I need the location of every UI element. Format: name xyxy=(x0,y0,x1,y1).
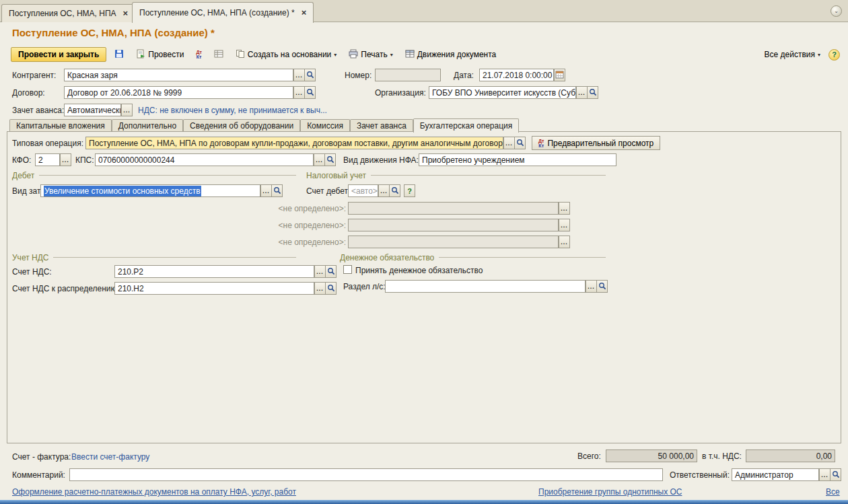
dtkt-button[interactable]: ДтКт xyxy=(192,47,205,62)
typical-operation-lookup-button[interactable] xyxy=(514,137,526,149)
contract-field[interactable]: Договор от 20.06.2018 № 9999 xyxy=(64,86,293,99)
counterparty-lookup-button[interactable] xyxy=(304,69,316,81)
magnifier-icon xyxy=(306,88,314,98)
document-tab-inactive[interactable]: Поступления ОС, НМА, НПА × xyxy=(1,4,135,22)
printer-icon xyxy=(349,49,358,61)
save-button[interactable] xyxy=(110,47,128,62)
print-label: Печать xyxy=(361,50,387,59)
enter-invoice-link[interactable]: Ввести счет-фактуру xyxy=(71,452,149,462)
close-icon[interactable]: × xyxy=(123,10,129,17)
ellipsis-icon: ... xyxy=(316,270,324,274)
contract-lookup-button[interactable] xyxy=(304,86,316,99)
cost-type-ellipsis-button[interactable]: ... xyxy=(260,184,272,197)
undefined-ellipsis-button-2[interactable]: ... xyxy=(559,219,570,231)
tax-help-button[interactable]: ? xyxy=(404,184,415,197)
date-field[interactable]: 21.07.2018 0:00:00 xyxy=(479,69,554,81)
tab-commission[interactable]: Комиссия xyxy=(300,119,350,131)
account-section-lookup-button[interactable] xyxy=(596,280,608,293)
all-actions-button[interactable]: Все действия ▾ xyxy=(761,47,824,62)
counterparty-value: Красная заря xyxy=(67,71,118,80)
magnifier-icon xyxy=(589,88,597,98)
vat-account-field[interactable]: 210.Р2 xyxy=(114,265,314,278)
total-field: 50 000,00 xyxy=(606,449,697,462)
organization-lookup-button[interactable] xyxy=(587,86,598,99)
report-button[interactable] xyxy=(210,47,227,62)
kps-ellipsis-button[interactable]: ... xyxy=(314,153,325,166)
vat-dist-field[interactable]: 210.Н2 xyxy=(114,282,314,295)
ellipsis-icon: ... xyxy=(295,73,303,77)
typical-operation-field[interactable]: Поступление ОС, НМА, НПА по договорам ку… xyxy=(85,137,503,149)
post-and-close-button[interactable]: Провести и закрыть xyxy=(11,47,106,62)
typical-operation-ellipsis-button[interactable]: ... xyxy=(503,137,515,149)
responsible-ellipsis-button[interactable]: ... xyxy=(819,468,831,481)
payment-documents-link[interactable]: Оформление расчетно-платежных документов… xyxy=(12,487,296,497)
post-button-label: Провести xyxy=(148,50,184,59)
comment-field[interactable] xyxy=(69,468,663,481)
tab-accounting-operation[interactable]: Бухгалтерская операция xyxy=(413,118,519,133)
tab-advance-offset[interactable]: Зачет аванса xyxy=(350,119,413,131)
all-commands-link[interactable]: Все xyxy=(826,487,840,497)
contract-ellipsis-button[interactable]: ... xyxy=(293,86,305,99)
kps-value: 07060000000000244 xyxy=(98,155,174,165)
tax-debit-account-field[interactable]: <авто> xyxy=(348,184,378,197)
create-based-icon xyxy=(236,49,245,61)
advance-ellipsis-button[interactable]: ... xyxy=(121,104,133,116)
monetary-obligation-checkbox[interactable] xyxy=(343,265,352,274)
advance-field[interactable]: Автоматически xyxy=(64,104,121,116)
vat-account-ellipsis-button[interactable]: ... xyxy=(314,265,326,278)
cost-type-lookup-button[interactable] xyxy=(271,184,283,197)
cost-type-field[interactable]: Увеличение стоимости основных средств xyxy=(40,184,260,197)
total-label: Всего: xyxy=(577,452,601,461)
counterparty-ellipsis-button[interactable]: ... xyxy=(293,69,305,81)
ellipsis-icon: ... xyxy=(262,189,270,193)
responsible-lookup-button[interactable] xyxy=(830,468,841,481)
group-acquisition-link[interactable]: Приобретение группы однотипных ОС xyxy=(538,487,682,497)
nfa-movement-field[interactable]: Приобретено учреждением xyxy=(419,153,616,166)
tax-debit-lookup-button[interactable] xyxy=(389,184,400,197)
account-section-ellipsis-button[interactable]: ... xyxy=(586,280,597,293)
vat-dist-ellipsis-button[interactable]: ... xyxy=(314,282,326,295)
kps-field[interactable]: 07060000000000244 xyxy=(95,153,314,166)
tab-capital-investments[interactable]: Капитальные вложения xyxy=(9,119,112,131)
kfo-ellipsis-button[interactable]: ... xyxy=(60,153,71,166)
ellipsis-icon: ... xyxy=(821,473,828,477)
tab-additional[interactable]: Дополнительно xyxy=(112,119,183,131)
monetary-obligation-checkbox-label: Принять денежное обязательство xyxy=(355,266,483,275)
vat-account-lookup-button[interactable] xyxy=(325,265,337,278)
organization-field[interactable]: ГОБУ ВПО Университет искусств (Субсидия) xyxy=(429,86,576,99)
create-based-on-button[interactable]: Создать на основании ▾ xyxy=(232,47,341,62)
tab-equipment-info[interactable]: Сведения об оборудовании xyxy=(183,119,300,131)
ellipsis-icon: ... xyxy=(588,285,595,289)
responsible-field[interactable]: Администратор xyxy=(732,468,819,481)
post-button[interactable]: Провести xyxy=(132,47,188,62)
kfo-field[interactable]: 2 xyxy=(35,153,60,166)
tab-overview-button[interactable]: ⌄ xyxy=(831,5,842,17)
preview-button[interactable]: ДтКт Предварительный просмотр xyxy=(532,136,660,150)
date-calendar-button[interactable] xyxy=(554,69,565,81)
debit-group-title: Дебет xyxy=(12,171,34,180)
vat-settings-link[interactable]: НДС: не включен в сумму, не принимается … xyxy=(138,106,327,115)
account-section-field[interactable] xyxy=(385,280,586,293)
movements-label: Движения документа xyxy=(417,50,497,59)
print-button[interactable]: Печать ▾ xyxy=(345,47,396,62)
form-tabs: Капитальные вложения Дополнительно Сведе… xyxy=(9,119,519,133)
undefined-ellipsis-button-3[interactable]: ... xyxy=(559,236,570,248)
kps-lookup-button[interactable] xyxy=(324,153,336,166)
magnifier-icon xyxy=(326,155,334,165)
undefined-label-3: <не определено>: xyxy=(279,238,347,247)
toolbar: Провести и закрыть Провести ДтКт Создать… xyxy=(0,46,848,63)
group-divider xyxy=(439,257,606,258)
vat-dist-lookup-button[interactable] xyxy=(325,282,337,295)
close-icon[interactable]: × xyxy=(302,9,307,16)
document-tab-active[interactable]: Поступление ОС, НМА, НПА (создание) * × xyxy=(132,2,314,23)
comment-label: Комментарий: xyxy=(12,470,65,480)
counterparty-field[interactable]: Красная заря xyxy=(64,69,293,81)
magnifier-icon xyxy=(327,284,335,293)
magnifier-icon xyxy=(273,186,281,196)
calendar-icon xyxy=(555,70,564,80)
organization-ellipsis-button[interactable]: ... xyxy=(576,86,588,99)
tax-debit-ellipsis-button[interactable]: ... xyxy=(378,184,390,197)
document-movements-button[interactable]: Движения документа xyxy=(401,47,501,62)
undefined-ellipsis-button-1[interactable]: ... xyxy=(559,202,570,215)
help-button[interactable]: ? xyxy=(828,49,840,61)
